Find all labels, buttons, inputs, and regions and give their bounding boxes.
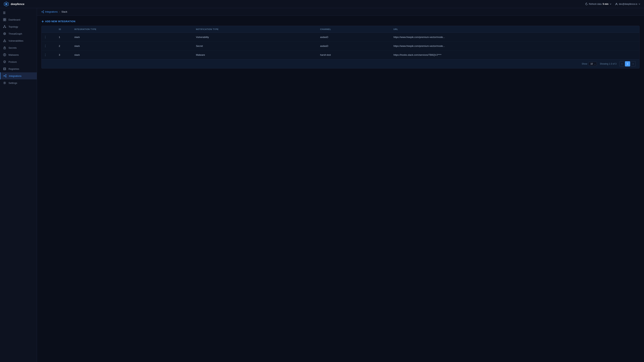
main-layout: ☰ Dashboard xyxy=(0,8,644,362)
registries-icon xyxy=(3,67,6,71)
header-right: Refresh data 5 min dev@deepfence.io xyxy=(585,3,640,5)
sidebar-item-threatgraph[interactable]: ThreatGraph xyxy=(0,30,37,37)
refresh-button[interactable]: Refresh data 5 min xyxy=(585,3,612,5)
row-url: https://www.freepik.com/premium-vector/m… xyxy=(390,33,640,42)
sidebar-item-registries[interactable]: Registries xyxy=(0,65,37,72)
row-id: 3 xyxy=(49,51,71,59)
sidebar-item-label: Malwares xyxy=(8,54,19,56)
sidebar-item-label: Integrations xyxy=(9,75,22,77)
integration-type-col-header: INTEGRATION TYPE xyxy=(71,26,193,33)
table-header-row: ID INTEGRATION TYPE NOTIFICATION TYPE CH… xyxy=(42,26,640,33)
sidebar-item-label: Dashboard xyxy=(8,18,20,21)
svg-point-32 xyxy=(43,11,44,11)
sidebar-item-label: Posture xyxy=(8,61,17,63)
vulnerabilities-icon xyxy=(3,39,6,42)
sidebar-item-vulnerabilities[interactable]: Vulnerabilities xyxy=(0,37,37,44)
sidebar-item-label: Topology xyxy=(8,25,18,28)
secrets-icon xyxy=(3,46,6,49)
threatgraph-icon xyxy=(3,32,6,35)
sidebar-item-label: Registries xyxy=(8,68,19,70)
add-new-integration-button[interactable]: ADD NEW INTEGRATION xyxy=(42,20,76,23)
user-icon xyxy=(615,3,618,5)
settings-icon xyxy=(3,81,6,85)
svg-rect-6 xyxy=(3,20,4,21)
svg-line-34 xyxy=(42,11,43,12)
svg-line-29 xyxy=(4,76,6,77)
row-channel: asdasD xyxy=(317,33,390,42)
sidebar-item-label: Secrets xyxy=(8,47,17,49)
svg-rect-5 xyxy=(5,18,6,20)
breadcrumb-integrations-link[interactable]: Integrations xyxy=(42,10,58,13)
svg-point-25 xyxy=(4,76,4,76)
row-notification-type: Vulnerability xyxy=(193,33,317,42)
next-page-button[interactable]: › xyxy=(630,61,636,66)
integrations-table-container: ID INTEGRATION TYPE NOTIFICATION TYPE CH… xyxy=(42,26,640,69)
plus-icon xyxy=(42,20,44,23)
svg-point-3 xyxy=(616,3,617,4)
sidebar-item-malwares[interactable]: Malwares xyxy=(0,51,37,58)
sidebar-item-label: Vulnerabilities xyxy=(8,39,23,42)
sidebar-item-label: Settings xyxy=(8,82,17,84)
row-url: https://hooks.slack.com/services/TB6QVJ*… xyxy=(390,51,640,59)
svg-line-12 xyxy=(4,26,6,27)
app-name: deepfence xyxy=(11,3,24,6)
svg-point-8 xyxy=(4,25,5,26)
integrations-table: ID INTEGRATION TYPE NOTIFICATION TYPE CH… xyxy=(42,26,640,59)
sidebar-item-settings[interactable]: Settings xyxy=(0,79,37,86)
id-col-header: ID xyxy=(49,26,71,33)
row-actions-button[interactable]: ⋮ xyxy=(42,42,49,51)
sidebar-item-posture[interactable]: Posture xyxy=(0,58,37,65)
svg-rect-4 xyxy=(3,18,4,20)
show-count-select[interactable]: 10 25 50 xyxy=(589,62,597,66)
url-col-header: URL xyxy=(390,26,640,33)
refresh-icon xyxy=(585,3,588,5)
actions-col-header xyxy=(42,26,49,33)
chevron-down-icon xyxy=(610,3,612,5)
user-chevron-icon xyxy=(638,3,640,5)
breadcrumb: Integrations › Slack xyxy=(37,8,644,16)
svg-line-28 xyxy=(4,75,6,76)
malwares-icon xyxy=(3,53,6,56)
svg-line-11 xyxy=(4,26,4,27)
row-actions-button[interactable]: ⋮ xyxy=(42,51,49,59)
svg-point-26 xyxy=(6,75,6,75)
svg-point-10 xyxy=(5,27,6,28)
svg-point-17 xyxy=(4,41,5,42)
sidebar-item-label: ThreatGraph xyxy=(8,32,22,35)
top-header: deepfence Refresh data 5 min dev@deepfen… xyxy=(0,0,644,8)
pagination-controls: ‹ 1 › xyxy=(620,61,636,66)
posture-icon xyxy=(3,60,6,64)
sidebar-item-dashboard[interactable]: Dashboard xyxy=(0,16,37,23)
row-id: 1 xyxy=(49,33,71,42)
content-area: Integrations › Slack ADD NEW INTEGRATION xyxy=(37,8,644,362)
table-row: ⋮ 2 slack Secret asdasD https://www.free… xyxy=(42,42,640,51)
table-row: ⋮ 3 slack Malware harsh-test https://hoo… xyxy=(42,51,640,59)
page-info: Showing 1-3 of 3 xyxy=(600,63,616,65)
sidebar-item-topology[interactable]: Topology xyxy=(0,23,37,30)
svg-point-27 xyxy=(6,76,6,77)
sidebar-toggle-button[interactable]: ☰ xyxy=(0,10,37,16)
show-control: Show 10 25 50 xyxy=(582,62,597,66)
row-notification-type: Malware xyxy=(193,51,317,59)
breadcrumb-integrations-icon xyxy=(42,11,44,13)
prev-page-button[interactable]: ‹ xyxy=(620,61,624,66)
page-1-button[interactable]: 1 xyxy=(625,61,630,66)
show-select-wrapper: 10 25 50 xyxy=(589,62,597,66)
svg-rect-7 xyxy=(5,20,6,21)
svg-point-15 xyxy=(4,34,5,34)
sidebar-item-secrets[interactable]: Secrets xyxy=(0,44,37,51)
row-integration-type: slack xyxy=(71,51,193,59)
row-integration-type: slack xyxy=(71,42,193,51)
row-actions-button[interactable]: ⋮ xyxy=(42,33,49,42)
row-channel: harsh-test xyxy=(317,51,390,59)
svg-point-33 xyxy=(43,12,44,13)
integrations-icon xyxy=(3,74,7,78)
row-notification-type: Secret xyxy=(193,42,317,51)
topology-icon xyxy=(3,25,6,28)
svg-point-31 xyxy=(42,12,42,12)
sidebar-item-integrations[interactable]: Integrations xyxy=(0,72,37,79)
breadcrumb-separator: › xyxy=(59,10,60,13)
user-menu-button[interactable]: dev@deepfence.io xyxy=(615,3,640,5)
row-channel: asdasD xyxy=(317,42,390,51)
sidebar: ☰ Dashboard xyxy=(0,8,37,362)
